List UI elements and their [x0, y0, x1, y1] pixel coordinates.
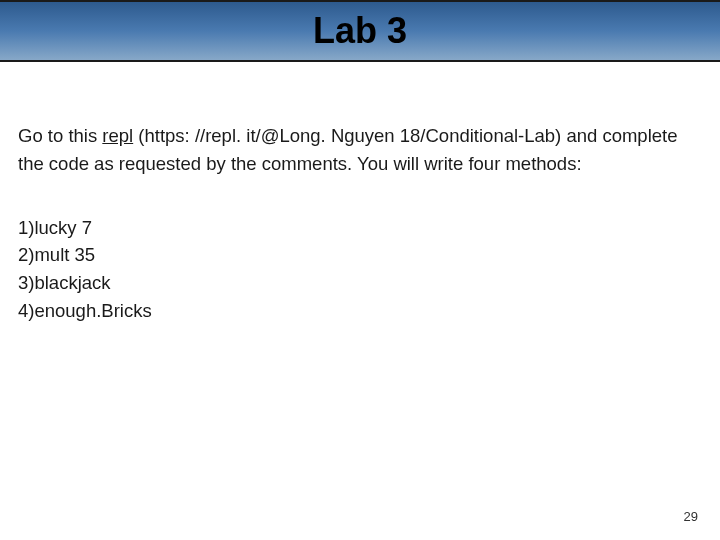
- repl-link[interactable]: repl: [102, 125, 133, 146]
- slide-title: Lab 3: [313, 10, 407, 52]
- page-number: 29: [684, 509, 698, 524]
- paragraph-prefix: Go to this: [18, 125, 102, 146]
- instruction-paragraph: Go to this repl (https: //repl. it/@Long…: [18, 122, 702, 178]
- list-item: 1)lucky 7: [18, 214, 702, 242]
- list-item: 3)blackjack: [18, 269, 702, 297]
- slide-content: Go to this repl (https: //repl. it/@Long…: [0, 62, 720, 325]
- list-item: 4)enough.Bricks: [18, 297, 702, 325]
- list-item: 2)mult 35: [18, 241, 702, 269]
- title-bar: Lab 3: [0, 0, 720, 62]
- methods-list: 1)lucky 7 2)mult 35 3)blackjack 4)enough…: [18, 214, 702, 325]
